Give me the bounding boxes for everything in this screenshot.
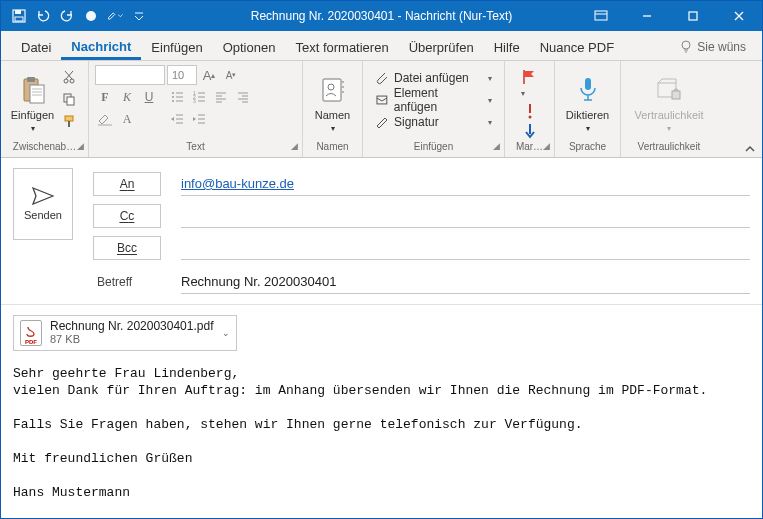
qat-overflow-icon[interactable] <box>131 8 147 24</box>
tab-text-formatieren[interactable]: Text formatieren <box>285 34 398 60</box>
bold-icon[interactable]: F <box>95 87 115 107</box>
bcc-field[interactable] <box>181 236 750 260</box>
mark-launcher-icon[interactable]: ◢ <box>543 141 550 151</box>
cc-button[interactable]: Cc <box>93 204 161 228</box>
attachment-size: 87 KB <box>50 333 213 346</box>
paste-label: Einfügen <box>11 109 54 121</box>
ribbon: Einfügen▾ Zwischenab…◢ 10 A▴ A▾ F <box>1 61 762 158</box>
edit-icon[interactable] <box>107 8 123 24</box>
undo-icon[interactable] <box>35 8 51 24</box>
font-group-label: Text <box>186 141 204 152</box>
signature-label: Signatur <box>394 115 439 129</box>
tab-nuance-pdf[interactable]: Nuance PDF <box>530 34 624 60</box>
tell-me[interactable]: Sie wüns <box>679 34 752 60</box>
svg-rect-25 <box>67 97 74 105</box>
svg-rect-2 <box>15 17 23 21</box>
send-icon <box>32 187 54 205</box>
cut-icon[interactable] <box>58 67 80 87</box>
high-importance-icon[interactable] <box>525 103 535 119</box>
highlight-icon[interactable] <box>95 109 115 129</box>
outdent-icon[interactable] <box>167 109 187 129</box>
circle-icon[interactable] <box>83 8 99 24</box>
clipboard-launcher-icon[interactable]: ◢ <box>77 141 84 151</box>
low-importance-icon[interactable] <box>524 123 536 139</box>
confid-group-label: Vertraulichkeit <box>638 141 701 152</box>
svg-rect-64 <box>585 78 591 90</box>
indent-icon[interactable] <box>189 109 209 129</box>
attachment-name: Rechnung Nr. 2020030401.pdf <box>50 320 213 333</box>
to-button[interactable]: An <box>93 172 161 196</box>
names-label: Namen <box>315 109 350 121</box>
numbering-icon[interactable]: 123 <box>189 87 209 107</box>
subject-value: Rechnung Nr. 2020030401 <box>181 274 336 289</box>
tab-hilfe[interactable]: Hilfe <box>484 34 530 60</box>
pdf-badge: PDF <box>25 339 37 345</box>
svg-point-20 <box>64 79 68 83</box>
font-name-combo[interactable] <box>95 65 165 85</box>
minimize-icon[interactable] <box>624 1 670 31</box>
bullets-icon[interactable] <box>167 87 187 107</box>
tab-datei[interactable]: Datei <box>11 34 61 60</box>
to-value: info@bau-kunze.de <box>181 176 294 191</box>
paperclip-icon <box>375 71 389 85</box>
chevron-down-icon: ▾ <box>488 74 492 83</box>
cc-field[interactable] <box>181 204 750 228</box>
svg-rect-5 <box>595 11 607 20</box>
close-icon[interactable] <box>716 1 762 31</box>
svg-point-3 <box>86 11 96 21</box>
dictate-group-label: Sprache <box>569 141 606 152</box>
mark-group-label: Mar… <box>516 141 543 152</box>
attachment-dropdown-icon[interactable]: ⌄ <box>222 328 230 338</box>
svg-point-31 <box>172 96 174 98</box>
attachment-item[interactable]: PDF Rechnung Nr. 2020030401.pdf 87 KB ⌄ <box>13 315 237 351</box>
copy-icon[interactable] <box>58 89 80 109</box>
tab-nachricht[interactable]: Nachricht <box>61 33 141 60</box>
pen-icon <box>375 115 389 129</box>
paste-button[interactable]: Einfügen▾ <box>7 65 58 137</box>
font-launcher-icon[interactable]: ◢ <box>291 141 298 151</box>
insert-launcher-icon[interactable]: ◢ <box>493 141 500 151</box>
format-painter-icon[interactable] <box>58 111 80 131</box>
message-body[interactable]: Sehr geehrte Frau Lindenberg, vielen Dan… <box>1 361 762 505</box>
font-size-combo[interactable]: 10 <box>167 65 197 85</box>
svg-rect-1 <box>15 10 21 14</box>
ribbon-display-icon[interactable] <box>578 1 624 31</box>
font-color-icon[interactable]: A <box>117 109 137 129</box>
bcc-button[interactable]: Bcc <box>93 236 161 260</box>
align-right-icon[interactable] <box>233 87 253 107</box>
svg-text:3: 3 <box>193 98 196 104</box>
lock-tag-icon <box>652 73 686 107</box>
italic-icon[interactable]: K <box>117 87 137 107</box>
underline-icon[interactable]: U <box>139 87 159 107</box>
collapse-ribbon-icon[interactable] <box>744 143 756 155</box>
tab-ueberpruefen[interactable]: Überprüfen <box>399 34 484 60</box>
redo-icon[interactable] <box>59 8 75 24</box>
svg-rect-8 <box>689 12 697 20</box>
save-icon[interactable] <box>11 8 27 24</box>
grow-font-icon[interactable]: A▴ <box>199 65 219 85</box>
svg-rect-15 <box>27 77 35 82</box>
tab-optionen[interactable]: Optionen <box>213 34 286 60</box>
shrink-font-icon[interactable]: A▾ <box>221 65 241 85</box>
bulb-icon <box>679 40 693 54</box>
dictate-label: Diktieren <box>566 109 609 121</box>
microphone-icon <box>571 73 605 107</box>
svg-rect-28 <box>98 124 112 126</box>
subject-field[interactable]: Rechnung Nr. 2020030401 <box>181 270 750 294</box>
follow-up-flag-icon[interactable]: ▾ <box>521 69 539 99</box>
confidentiality-button[interactable]: Vertraulichkeit▾ <box>629 65 709 137</box>
to-field[interactable]: info@bau-kunze.de <box>181 172 750 196</box>
maximize-icon[interactable] <box>670 1 716 31</box>
attach-file-label: Datei anfügen <box>394 71 469 85</box>
pdf-icon: PDF <box>20 320 42 346</box>
item-icon <box>375 93 389 107</box>
signature-button[interactable]: Signatur ▾ <box>369 111 498 133</box>
send-button[interactable]: Senden <box>13 168 73 240</box>
dictate-button[interactable]: Diktieren▾ <box>562 65 614 137</box>
attach-item-button[interactable]: Element anfügen ▾ <box>369 89 498 111</box>
align-left-icon[interactable] <box>211 87 231 107</box>
tell-me-label: Sie wüns <box>697 40 746 54</box>
svg-point-11 <box>682 41 690 49</box>
tab-einfuegen[interactable]: Einfügen <box>141 34 212 60</box>
names-button[interactable]: Namen▾ <box>309 65 356 137</box>
